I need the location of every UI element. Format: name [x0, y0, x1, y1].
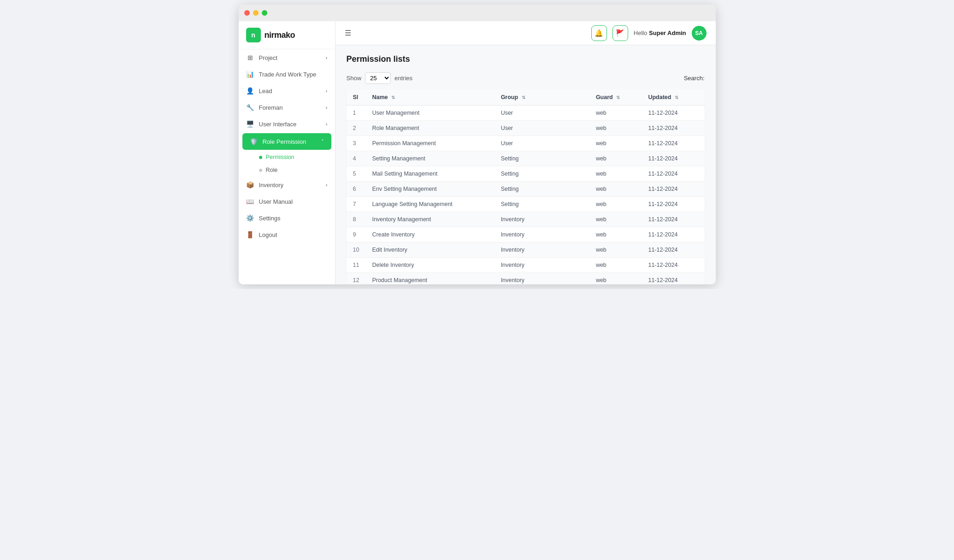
minimize-button[interactable] — [253, 10, 259, 16]
cell-updated: 11-12-2024 — [642, 242, 704, 258]
entries-label: entries — [395, 75, 412, 82]
sidebar-item-logout[interactable]: 🚪 Logout — [239, 226, 335, 243]
cell-name: User Management — [365, 106, 494, 121]
notification-button[interactable]: 🔔 — [591, 25, 607, 41]
sidebar-sub-permission[interactable]: Permission — [239, 151, 335, 164]
sidebar-sub-role[interactable]: Role — [239, 164, 335, 177]
chevron-icon: ‹ — [326, 182, 328, 188]
cell-updated: 11-12-2024 — [642, 273, 704, 285]
table-row: 2Role ManagementUserweb11-12-2024 — [347, 121, 705, 136]
sidebar-item-lead[interactable]: 👤 Lead ‹ — [239, 83, 335, 99]
cell-group: Inventory — [495, 242, 589, 258]
logo-icon-text: n — [251, 31, 255, 39]
dot-icon — [259, 169, 262, 172]
hamburger-icon[interactable]: ☰ — [345, 29, 351, 37]
cell-sl: 8 — [347, 212, 366, 227]
notification-icon: 🔔 — [595, 29, 603, 37]
cell-updated: 11-12-2024 — [642, 212, 704, 227]
search-label: Search: — [684, 75, 705, 82]
sidebar-item-foreman[interactable]: 🔧 Foreman ‹ — [239, 99, 335, 116]
cell-updated: 11-12-2024 — [642, 151, 704, 166]
inventory-icon: 📦 — [246, 181, 254, 189]
cell-name: Role Management — [365, 121, 494, 136]
sidebar-item-user-manual[interactable]: 📖 User Manual — [239, 193, 335, 210]
app-layout: n nirmako ⊞ Project ‹ 📊 Trade And Work T… — [239, 21, 716, 284]
sidebar-item-label: Logout — [259, 231, 277, 238]
user-interface-icon: 🖥️ — [246, 120, 254, 128]
cell-sl: 10 — [347, 242, 366, 258]
sidebar-item-label: Inventory — [259, 182, 283, 189]
cell-guard: web — [589, 166, 642, 182]
sidebar-item-label: User Interface — [259, 121, 297, 128]
cell-group: Setting — [495, 182, 589, 197]
cell-group: User — [495, 106, 589, 121]
cell-guard: web — [589, 212, 642, 227]
settings-icon: ⚙️ — [246, 214, 254, 222]
cell-group: Setting — [495, 197, 589, 212]
cell-guard: web — [589, 242, 642, 258]
sidebar-item-settings[interactable]: ⚙️ Settings — [239, 210, 335, 226]
table-row: 7Language Setting ManagementSettingweb11… — [347, 197, 705, 212]
table-row: 3Permission ManagementUserweb11-12-2024 — [347, 136, 705, 151]
logo: n nirmako — [239, 21, 335, 49]
dot-icon — [259, 156, 262, 159]
table-row: 6Env Setting ManagementSettingweb11-12-2… — [347, 182, 705, 197]
chevron-icon: ˅ — [321, 139, 324, 145]
cell-name: Product Management — [365, 273, 494, 285]
entries-select[interactable]: 25 10 50 100 — [365, 72, 391, 84]
user-manual-icon: 📖 — [246, 198, 254, 205]
hello-text: Hello Super Admin — [634, 29, 686, 36]
cell-group: Inventory — [495, 212, 589, 227]
col-header-group[interactable]: Group ⇅ — [495, 89, 589, 106]
close-button[interactable] — [244, 10, 250, 16]
sidebar-item-role-permission[interactable]: 🛡️ Role Permission ˅ — [242, 133, 331, 150]
cell-sl: 9 — [347, 227, 366, 242]
cell-group: User — [495, 121, 589, 136]
cell-guard: web — [589, 136, 642, 151]
show-label: Show — [347, 75, 362, 82]
sidebar-item-label: Lead — [259, 88, 272, 94]
col-header-name[interactable]: Name ⇅ — [365, 89, 494, 106]
sidebar-item-label: Role Permission — [263, 138, 306, 145]
cell-group: Inventory — [495, 227, 589, 242]
sort-icon: ⇅ — [522, 95, 525, 100]
logo-text: nirmako — [265, 30, 295, 40]
sidebar-item-user-interface[interactable]: 🖥️ User Interface ‹ — [239, 116, 335, 132]
sidebar-item-trade-work-type[interactable]: 📊 Trade And Work Type — [239, 66, 335, 83]
table-row: 4Setting ManagementSettingweb11-12-2024 — [347, 151, 705, 166]
sidebar-item-label: Project — [259, 54, 277, 61]
cell-sl: 4 — [347, 151, 366, 166]
project-icon: ⊞ — [246, 54, 254, 61]
cell-guard: web — [589, 258, 642, 273]
sort-icon: ⇅ — [391, 95, 395, 100]
main-content: Permission lists Show 25 10 50 100 entri… — [336, 45, 716, 284]
cell-group: User — [495, 136, 589, 151]
maximize-button[interactable] — [262, 10, 267, 16]
sidebar-item-inventory[interactable]: 📦 Inventory ‹ — [239, 177, 335, 193]
topbar: ☰ 🔔 🚩 Hello Super Admin SA — [336, 21, 716, 45]
flag-icon: 🚩 — [616, 29, 624, 37]
cell-guard: web — [589, 151, 642, 166]
col-header-updated[interactable]: Updated ⇅ — [642, 89, 704, 106]
sidebar-item-label: Trade And Work Type — [259, 71, 317, 78]
chevron-icon: ‹ — [326, 105, 328, 110]
avatar: SA — [692, 26, 707, 41]
cell-updated: 11-12-2024 — [642, 258, 704, 273]
cell-sl: 6 — [347, 182, 366, 197]
cell-guard: web — [589, 273, 642, 285]
cell-name: Edit Inventory — [365, 242, 494, 258]
cell-name: Create Inventory — [365, 227, 494, 242]
cell-guard: web — [589, 121, 642, 136]
logout-icon: 🚪 — [246, 231, 254, 238]
cell-name: Delete Inventory — [365, 258, 494, 273]
cell-updated: 11-12-2024 — [642, 121, 704, 136]
foreman-icon: 🔧 — [246, 104, 254, 111]
sidebar-item-project[interactable]: ⊞ Project ‹ — [239, 49, 335, 66]
sidebar-item-label: Foreman — [259, 104, 283, 111]
col-header-guard[interactable]: Guard ⇅ — [589, 89, 642, 106]
col-header-sl: Sl — [347, 89, 366, 106]
chevron-icon: ‹ — [326, 55, 328, 60]
flag-button[interactable]: 🚩 — [612, 25, 628, 41]
table-row: 11Delete InventoryInventoryweb11-12-2024 — [347, 258, 705, 273]
sidebar: n nirmako ⊞ Project ‹ 📊 Trade And Work T… — [239, 21, 336, 284]
